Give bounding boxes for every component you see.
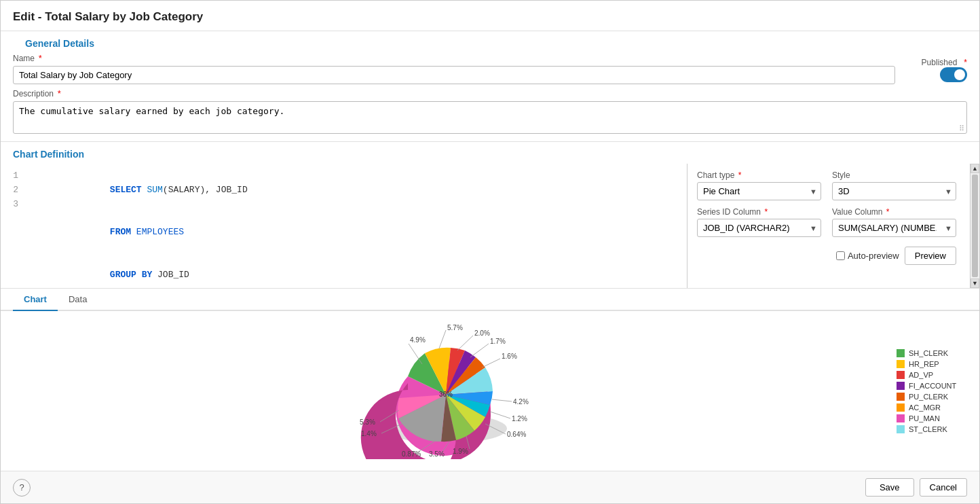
legend-color-pu-man xyxy=(897,414,905,422)
cancel-button[interactable]: Cancel xyxy=(920,478,967,497)
svg-text:0.64%: 0.64% xyxy=(507,431,526,438)
save-button[interactable]: Save xyxy=(865,478,914,497)
svg-text:4.9%: 4.9% xyxy=(410,336,426,344)
auto-preview-row: Auto-preview Preview xyxy=(697,247,956,265)
svg-text:2.0%: 2.0% xyxy=(474,329,490,337)
style-label: Style xyxy=(832,170,956,180)
legend-color-pu-clerk xyxy=(897,393,905,401)
value-column-label: Value Column * xyxy=(832,207,956,217)
svg-text:0.87%: 0.87% xyxy=(402,450,421,458)
value-column-group: Value Column * SUM(SALARY) (NUMBE... ▼ xyxy=(832,207,956,237)
value-column-select-wrapper: SUM(SALARY) (NUMBE... ▼ xyxy=(832,219,956,237)
chart-type-style-row: Chart type * Pie Chart Bar Chart Line Ch… xyxy=(697,170,956,200)
legend-color-hr-rep xyxy=(897,360,905,368)
pie-chart-svg: 36% 4.9% 5.7% 2.0% 1.7% 1.6% 4.2% xyxy=(341,323,558,459)
general-details-section: General Details Name * Published * xyxy=(1,31,979,142)
code-line-3: GROUP BY JOB_ID xyxy=(25,254,687,288)
pie-center-label: 36% xyxy=(439,391,453,398)
series-value-row: Series ID Column * JOB_ID (VARCHAR2) ▼ xyxy=(697,207,956,237)
svg-line-4 xyxy=(457,336,473,350)
help-button[interactable]: ? xyxy=(13,479,31,497)
legend-label-ad-vp: AD_VP xyxy=(909,371,933,379)
chart-area: 36% 4.9% 5.7% 2.0% 1.7% 1.6% 4.2% xyxy=(1,311,979,471)
legend-color-ad-vp xyxy=(897,371,905,379)
tab-data[interactable]: Data xyxy=(58,289,98,310)
tabs-bar: Chart Data xyxy=(1,289,979,311)
svg-text:1.7%: 1.7% xyxy=(490,338,506,345)
scroll-up-button[interactable]: ▲ xyxy=(970,164,979,173)
pie-chart-container: 36% 4.9% 5.7% 2.0% 1.7% 1.6% 4.2% xyxy=(13,318,886,464)
svg-text:1.6%: 1.6% xyxy=(502,353,517,360)
name-input[interactable] xyxy=(13,66,895,84)
published-label: Published * xyxy=(922,58,967,67)
name-required: * xyxy=(39,53,42,63)
series-id-group: Series ID Column * JOB_ID (VARCHAR2) ▼ xyxy=(697,207,821,237)
svg-text:3.5%: 3.5% xyxy=(429,450,445,458)
legend-label-pu-man: PU_MAN xyxy=(909,414,940,422)
scroll-down-button[interactable]: ▼ xyxy=(970,278,979,288)
legend-label-st-clerk: ST_CLERK xyxy=(909,425,947,433)
chart-legend: SH_CLERK HR_REP AD_VP FI_ACCOUNT PU_CLER… xyxy=(886,318,967,464)
legend-color-fi-account xyxy=(897,382,905,390)
series-id-label: Series ID Column * xyxy=(697,207,821,217)
auto-preview-label: Auto-preview xyxy=(848,251,899,261)
auto-preview-checkbox[interactable] xyxy=(836,251,845,260)
svg-line-6 xyxy=(470,344,489,357)
panel-scrollbar[interactable]: ▲ ▼ xyxy=(970,164,979,288)
chart-type-group: Chart type * Pie Chart Bar Chart Line Ch… xyxy=(697,170,821,200)
legend-item-sh-clerk: SH_CLERK xyxy=(897,349,967,357)
published-toggle[interactable] xyxy=(940,67,967,82)
svg-text:1.4%: 1.4% xyxy=(361,430,377,437)
svg-line-12 xyxy=(490,412,510,418)
svg-text:1.9%: 1.9% xyxy=(453,448,468,455)
page-header: Edit - Total Salary by Job Category xyxy=(1,1,979,31)
style-group: Style 3D 2D ▼ xyxy=(832,170,956,200)
svg-line-8 xyxy=(482,359,500,367)
code-editor[interactable]: 1 2 3 SELECT SUM(SALARY), JOB_ID FROM EM… xyxy=(1,164,687,288)
description-label: Description xyxy=(13,89,54,98)
svg-text:5.7%: 5.7% xyxy=(447,324,463,331)
series-id-select-wrapper: JOB_ID (VARCHAR2) ▼ xyxy=(697,219,821,237)
resize-handle-icon: ⠿ xyxy=(959,124,964,133)
legend-item-hr-rep: HR_REP xyxy=(897,360,967,368)
line-numbers: 1 2 3 xyxy=(1,169,25,288)
code-line-2: FROM EMPLOYEES xyxy=(25,211,687,253)
series-id-select[interactable]: JOB_ID (VARCHAR2) xyxy=(697,219,821,237)
chart-options-panel: ▲ ▼ Chart type * Pie Char xyxy=(687,164,979,288)
svg-text:4.2%: 4.2% xyxy=(513,398,529,406)
style-select-wrapper: 3D 2D ▼ xyxy=(832,182,956,200)
chart-definition-label: Chart Definition xyxy=(1,142,979,164)
legend-color-ac-mgr xyxy=(897,403,905,412)
chart-definition-section: Chart Definition 1 2 3 SELECT SUM(SALARY… xyxy=(1,142,979,289)
svg-text:5.3%: 5.3% xyxy=(360,418,375,426)
page-title: Edit - Total Salary by Job Category xyxy=(13,10,967,24)
legend-label-fi-account: FI_ACCOUNT xyxy=(909,382,956,390)
tab-chart[interactable]: Chart xyxy=(13,289,58,310)
page-footer: ? Save Cancel xyxy=(1,471,979,503)
name-label: Name xyxy=(13,54,35,63)
value-column-select[interactable]: SUM(SALARY) (NUMBE... xyxy=(832,219,956,237)
preview-button[interactable]: Preview xyxy=(905,247,956,265)
auto-preview-checkbox-label[interactable]: Auto-preview xyxy=(836,251,899,261)
svg-line-0 xyxy=(409,344,422,364)
legend-label-ac-mgr: AC_MGR xyxy=(909,403,941,412)
chart-type-select-wrapper: Pie Chart Bar Chart Line Chart ▼ xyxy=(697,182,821,200)
svg-line-10 xyxy=(492,399,512,401)
legend-item-pu-clerk: PU_CLERK xyxy=(897,393,967,401)
code-lines[interactable]: SELECT SUM(SALARY), JOB_ID FROM EMPLOYEE… xyxy=(25,169,687,288)
legend-color-st-clerk xyxy=(897,425,905,433)
chart-type-select[interactable]: Pie Chart Bar Chart Line Chart xyxy=(697,182,821,200)
description-input[interactable]: The cumulative salary earned by each job… xyxy=(13,101,967,134)
svg-text:1.2%: 1.2% xyxy=(512,415,527,422)
description-required: * xyxy=(58,88,61,98)
chart-type-label: Chart type * xyxy=(697,170,821,180)
legend-item-ac-mgr: AC_MGR xyxy=(897,403,967,412)
legend-label-pu-clerk: PU_CLERK xyxy=(909,393,948,401)
code-line-1: SELECT SUM(SALARY), JOB_ID xyxy=(25,169,687,211)
legend-item-pu-man: PU_MAN xyxy=(897,414,967,422)
general-details-label: General Details xyxy=(13,31,967,53)
style-select[interactable]: 3D 2D xyxy=(832,182,956,200)
legend-item-st-clerk: ST_CLERK xyxy=(897,425,967,433)
scrollbar-thumb xyxy=(972,175,978,277)
legend-item-ad-vp: AD_VP xyxy=(897,371,967,379)
